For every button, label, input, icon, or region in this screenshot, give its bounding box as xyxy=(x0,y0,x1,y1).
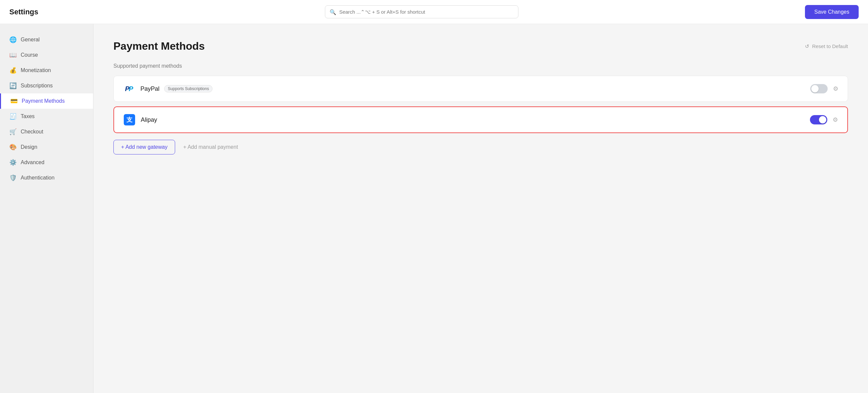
alipay-logo: 支 xyxy=(123,114,135,126)
sidebar-label-course: Course xyxy=(21,52,38,58)
paypal-settings-icon[interactable]: ⚙ xyxy=(833,85,838,92)
alipay-toggle-track xyxy=(810,115,827,124)
sidebar-item-monetization[interactable]: 💰 Monetization xyxy=(0,63,93,78)
paypal-toggle[interactable] xyxy=(810,84,828,93)
header: Settings 🔍 Save Changes xyxy=(0,0,868,24)
page-header: Payment Methods ↺ Reset to Default xyxy=(114,40,848,52)
main-content: Payment Methods ↺ Reset to Default Suppo… xyxy=(93,24,868,393)
alipay-icon: 支 xyxy=(124,114,135,125)
section-label: Supported payment methods xyxy=(114,63,848,69)
paypal-controls: ⚙ xyxy=(810,84,838,93)
reset-button[interactable]: ↺ Reset to Default xyxy=(805,43,848,49)
globe-icon: 🌐 xyxy=(9,36,17,43)
sidebar-item-design[interactable]: 🎨 Design xyxy=(0,140,93,155)
reset-icon: ↺ xyxy=(805,43,809,49)
paypal-toggle-track xyxy=(810,84,828,93)
action-buttons: + Add new gateway + Add manual payment xyxy=(114,140,848,154)
sidebar-item-subscriptions[interactable]: 🔄 Subscriptions xyxy=(0,78,93,93)
reset-label: Reset to Default xyxy=(812,43,848,49)
sidebar: 🌐 General 📖 Course 💰 Monetization 🔄 Subs… xyxy=(0,24,93,393)
sidebar-item-authentication[interactable]: 🛡️ Authentication xyxy=(0,170,93,185)
sidebar-label-advanced: Advanced xyxy=(21,159,44,165)
save-button[interactable]: Save Changes xyxy=(805,5,859,19)
sidebar-label-checkout: Checkout xyxy=(21,129,43,135)
add-gateway-button[interactable]: + Add new gateway xyxy=(114,140,175,154)
money-icon: 💰 xyxy=(9,67,17,74)
advanced-icon: ⚙️ xyxy=(9,159,17,166)
alipay-toggle[interactable] xyxy=(810,115,827,124)
paypal-card: PP PayPal Supports Subscriptions ⚙ xyxy=(114,76,848,102)
page-title: Payment Methods xyxy=(114,40,205,52)
sidebar-label-taxes: Taxes xyxy=(21,114,35,119)
paypal-badge: Supports Subscriptions xyxy=(164,85,213,92)
paypal-name: PayPal xyxy=(141,85,159,92)
sidebar-label-authentication: Authentication xyxy=(21,175,54,181)
sidebar-label-subscriptions: Subscriptions xyxy=(21,83,53,89)
layout: 🌐 General 📖 Course 💰 Monetization 🔄 Subs… xyxy=(0,24,868,393)
alipay-card: 支 Alipay ⚙ xyxy=(114,107,848,133)
alipay-settings-icon[interactable]: ⚙ xyxy=(833,116,838,123)
alipay-toggle-thumb xyxy=(819,116,826,123)
card-icon: 💳 xyxy=(10,97,18,105)
sidebar-label-payment-methods: Payment Methods xyxy=(22,98,65,104)
sidebar-item-payment-methods[interactable]: 💳 Payment Methods xyxy=(0,93,93,109)
cart-icon: 🛒 xyxy=(9,128,17,135)
paypal-toggle-thumb xyxy=(811,85,818,92)
design-icon: 🎨 xyxy=(9,144,17,151)
search-input[interactable] xyxy=(325,5,518,18)
alipay-name: Alipay xyxy=(141,116,157,123)
alipay-controls: ⚙ xyxy=(810,115,838,124)
sidebar-item-general[interactable]: 🌐 General xyxy=(0,32,93,48)
sidebar-label-design: Design xyxy=(21,144,37,150)
sidebar-item-taxes[interactable]: 🧾 Taxes xyxy=(0,109,93,124)
shield-icon: 🛡️ xyxy=(9,174,17,181)
sidebar-item-checkout[interactable]: 🛒 Checkout xyxy=(0,124,93,140)
add-manual-button[interactable]: + Add manual payment xyxy=(183,144,238,150)
paypal-logo: PP xyxy=(123,83,135,95)
search-icon: 🔍 xyxy=(330,9,336,15)
app-title: Settings xyxy=(9,8,38,17)
sidebar-item-course[interactable]: 📖 Course xyxy=(0,48,93,63)
refresh-icon: 🔄 xyxy=(9,82,17,89)
sidebar-item-advanced[interactable]: ⚙️ Advanced xyxy=(0,155,93,170)
search-container: 🔍 xyxy=(325,5,518,18)
sidebar-label-monetization: Monetization xyxy=(21,67,51,73)
sidebar-label-general: General xyxy=(21,37,40,43)
receipt-icon: 🧾 xyxy=(9,113,17,120)
book-icon: 📖 xyxy=(9,51,17,59)
